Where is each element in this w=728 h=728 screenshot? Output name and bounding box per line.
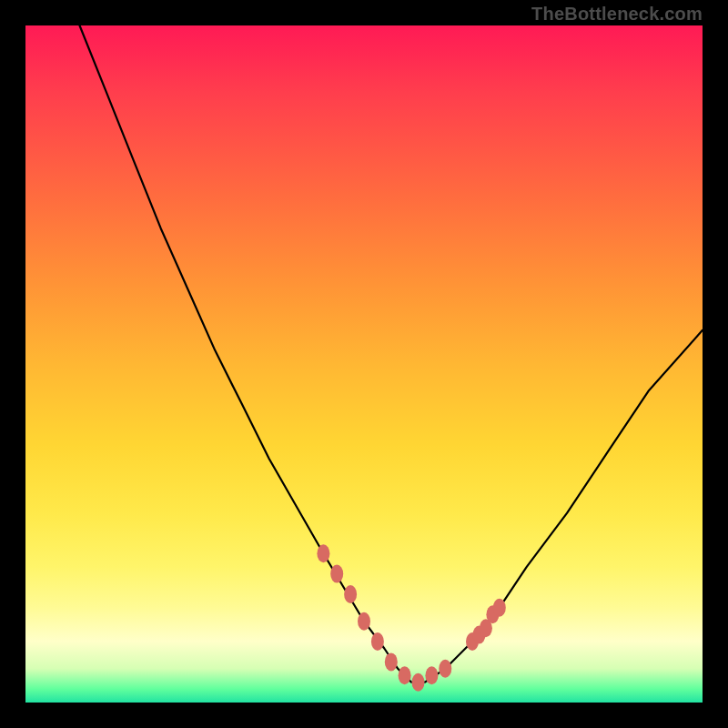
curve-marker xyxy=(385,652,398,671)
curve-marker xyxy=(425,666,438,684)
curve-marker xyxy=(493,599,506,617)
watermark-text: TheBottleneck.com xyxy=(531,4,703,25)
curve-layer xyxy=(25,25,703,703)
chart-frame: TheBottleneck.com xyxy=(0,0,728,728)
curve-marker xyxy=(344,585,357,603)
curve-marker xyxy=(317,544,329,562)
bottleneck-curve xyxy=(80,25,703,682)
curve-marker xyxy=(399,666,411,684)
plot-area xyxy=(25,25,703,703)
curve-marker xyxy=(330,565,343,583)
marker-layer xyxy=(317,544,505,691)
curve-marker xyxy=(439,660,451,678)
curve-marker xyxy=(358,612,370,631)
curve-marker xyxy=(371,632,384,651)
curve-marker xyxy=(412,673,425,692)
